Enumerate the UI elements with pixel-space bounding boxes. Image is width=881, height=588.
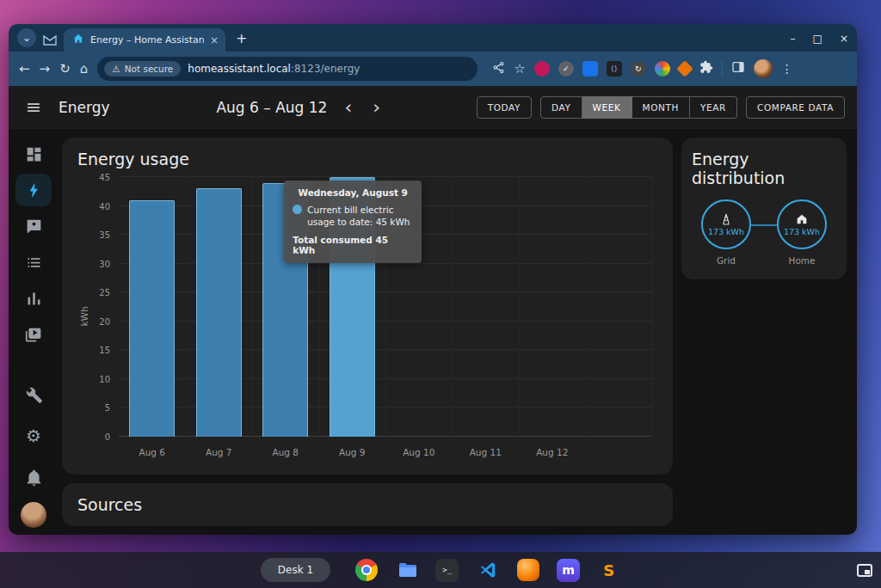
gridline-vertical [519, 177, 520, 437]
new-tab-button[interactable]: + [232, 30, 250, 46]
range-day-button[interactable]: DAY [540, 96, 582, 119]
media-icon [25, 326, 43, 344]
extension-icon-1[interactable] [534, 61, 550, 77]
ha-main: Energy usage kWh 051015202530354045 Aug … [59, 129, 857, 535]
compare-data-button[interactable]: COMPARE DATA [746, 96, 845, 119]
browser-menu-icon[interactable]: ⋮ [781, 62, 793, 76]
date-range-label[interactable]: Aug 6 – Aug 12 [216, 99, 327, 116]
url-path: :8123/energy [291, 63, 360, 75]
sources-card: Sources [62, 483, 673, 526]
ha-sidebar: ⚙ [9, 129, 59, 535]
x-tick-label: Aug 12 [536, 447, 568, 457]
tab-title: Energy – Home Assistant [90, 34, 204, 46]
energy-usage-chart: kWh 051015202530354045 Aug 6Aug 7Aug 8Au… [77, 174, 657, 459]
y-tick-label: 5 [105, 403, 110, 413]
next-period-icon[interactable]: › [369, 98, 384, 117]
home-node[interactable]: 173 kWh Home [769, 199, 835, 266]
gridline-vertical [252, 177, 253, 437]
chromeos-shelf: Desk 1 >_ m S [0, 552, 881, 588]
extension-icon-7[interactable] [676, 60, 693, 77]
y-axis-label: kWh [79, 306, 89, 326]
url-text: homeassistant.local:8123/energy [188, 63, 360, 75]
reload-icon[interactable]: ↻ [59, 63, 71, 76]
window-controls: – □ × [791, 33, 848, 45]
prev-period-icon[interactable]: ‹ [341, 98, 355, 117]
extension-icon-5[interactable]: ↻ [631, 61, 646, 77]
bookmark-star-icon[interactable]: ☆ [514, 63, 525, 76]
y-axis: 051015202530354045 [91, 177, 114, 437]
terminal-icon[interactable]: >_ [435, 559, 459, 582]
refresh-icon: ↻ [635, 64, 642, 73]
bar-aug-6[interactable] [129, 200, 175, 437]
security-chip[interactable]: ⚠ Not secure [104, 61, 181, 77]
sidebar-item-energy[interactable] [15, 174, 52, 206]
extension-icon-2[interactable]: ✓ [558, 61, 574, 77]
y-tick-label: 40 [99, 201, 110, 211]
x-tick-label: Aug 11 [470, 447, 502, 457]
grid-node[interactable]: 173 kWh Grid [693, 199, 759, 266]
chrome-icon[interactable] [354, 559, 378, 582]
side-panel-icon[interactable] [731, 60, 745, 77]
tab-strip: ⌄ Energy – Home Assistant × + – □ × [9, 24, 857, 52]
distribution-nodes: 173 kWh Grid 173 kWh Home [692, 199, 836, 266]
date-range-picker: Aug 6 – Aug 12 ‹ › [216, 98, 384, 117]
extension-icon-6[interactable] [655, 61, 670, 77]
list-icon [25, 254, 43, 272]
bar-aug-7[interactable] [196, 188, 242, 437]
toolbar-divider [722, 61, 723, 77]
wrench-icon [25, 386, 43, 404]
home-icon[interactable]: ⌂ [80, 63, 89, 76]
sublime-text-icon[interactable]: S [597, 559, 620, 582]
desk-switcher-button[interactable]: Desk 1 [261, 558, 330, 582]
sidebar-item-logbook[interactable] [15, 210, 52, 242]
sidebar-item-developer-tools[interactable] [15, 378, 52, 411]
forward-icon[interactable]: → [40, 63, 51, 76]
desktop: ⌄ Energy – Home Assistant × + – □ × ← → [0, 0, 881, 588]
minimize-button[interactable]: – [791, 33, 796, 45]
close-button[interactable]: × [840, 33, 848, 45]
energy-usage-card: Energy usage kWh 051015202530354045 Aug … [62, 138, 673, 475]
sidebar-item-media[interactable] [15, 318, 52, 351]
x-tick-label: Aug 8 [272, 447, 299, 457]
range-month-button[interactable]: MONTH [632, 96, 691, 119]
sidebar-item-todo[interactable] [15, 246, 52, 279]
y-tick-label: 45 [99, 173, 110, 182]
chat-icon [25, 217, 43, 236]
sidebar-item-notifications[interactable] [15, 461, 52, 493]
browser-toolbar: ← → ↻ ⌂ ⚠ Not secure homeassistant.local… [9, 52, 857, 86]
security-label: Not secure [125, 64, 174, 74]
tab-search-button[interactable]: ⌄ [17, 28, 36, 47]
share-icon[interactable] [492, 61, 505, 77]
warning-icon: ⚠ [112, 64, 120, 74]
browser-tab[interactable]: Energy – Home Assistant × [64, 28, 225, 52]
series-dot-icon [293, 205, 302, 214]
sidebar-item-settings[interactable]: ⚙ [15, 420, 52, 452]
back-icon[interactable]: ← [19, 63, 30, 76]
chevron-down-icon: ⌄ [22, 32, 31, 44]
orange-app-icon[interactable] [516, 559, 539, 582]
extensions-puzzle-icon[interactable] [699, 60, 713, 77]
tooltip-title: Wednesday, August 9 [293, 187, 413, 198]
tooltip-total: Total consumed 45 kWh [293, 235, 413, 255]
toolbar-icons: ☆ ✓ () ↻ ⋮ [492, 59, 792, 78]
files-icon[interactable] [395, 559, 418, 582]
range-year-button[interactable]: YEAR [690, 96, 737, 119]
y-tick-label: 35 [99, 230, 110, 240]
screen-capture-icon[interactable] [857, 564, 872, 577]
extension-icon-4[interactable]: () [607, 61, 622, 77]
address-bar[interactable]: ⚠ Not secure homeassistant.local:8123/en… [97, 57, 477, 81]
sidebar-item-history[interactable] [15, 282, 52, 315]
maximize-button[interactable]: □ [813, 33, 822, 45]
chart-tooltip: Wednesday, August 9 Current bill electri… [284, 181, 422, 263]
sidebar-menu-icon[interactable]: ≡ [26, 98, 41, 117]
gmail-pinned-tab-icon[interactable] [43, 34, 57, 46]
sidebar-item-overview[interactable] [15, 138, 52, 170]
today-button[interactable]: TODAY [477, 96, 532, 119]
extension-icon-3[interactable] [582, 61, 598, 77]
profile-avatar[interactable] [754, 59, 773, 78]
user-avatar[interactable] [21, 502, 46, 528]
tab-close-icon[interactable]: × [210, 35, 219, 46]
mastodon-icon[interactable]: m [557, 559, 580, 582]
range-week-button[interactable]: WEEK [582, 96, 632, 119]
vscode-icon[interactable] [476, 559, 499, 582]
